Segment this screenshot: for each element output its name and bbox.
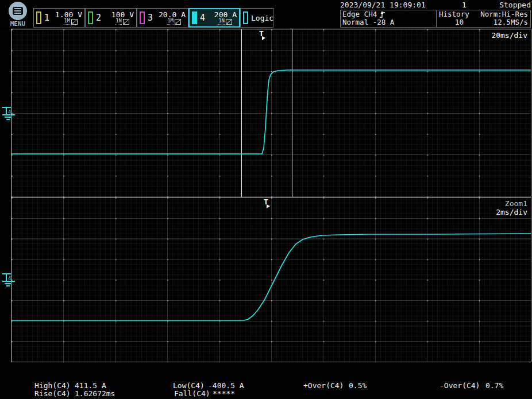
main-waveform-window: T 20ms/div [11, 29, 531, 197]
channel-box-3[interactable]: 3 20.0 A 1M [137, 8, 188, 28]
channel-color-swatch [88, 11, 93, 24]
channel-box-1[interactable]: 1 1.00 V 1M [33, 8, 85, 28]
trigger-acquisition-box[interactable]: Edge CH4 Normal -28 A History Norm:Hi-Re… [340, 10, 531, 28]
channel-box-2[interactable]: 2 100 V 1N [85, 8, 137, 28]
header-bar: MENU 1 1.00 V 1M 2 100 V 1N [0, 0, 532, 29]
zoom-graticule [11, 197, 531, 362]
zoom-timebase-label: 2ms/div [496, 208, 527, 216]
measurement-label: Rise(C4) [34, 389, 71, 398]
zoom-window-title: Zoom1 [496, 199, 527, 208]
oscilloscope-screen: MENU 1 1.00 V 1M 2 100 V 1N [0, 0, 532, 399]
channel-number: 4 [200, 13, 205, 23]
channel-color-swatch [192, 11, 197, 24]
hamburger-icon [13, 7, 23, 15]
sample-rate-label: 12.5MS/s [494, 18, 528, 26]
measurement-label: Low(C4) [173, 381, 205, 390]
probe-icon [123, 19, 129, 25]
measurement-value: 1.62672ms [75, 389, 115, 398]
trigger-mode-label: Normal -28 A [342, 18, 434, 26]
logic-button[interactable]: Logic [240, 8, 273, 28]
ch4-ground-level-marker[interactable]: 4 [1, 106, 18, 124]
main-graticule [11, 29, 531, 197]
run-status-label: Stopped [499, 1, 531, 9]
channel-scale-value: 100 V [111, 11, 134, 18]
zoom-waveform-window: T Zoom1 2ms/div [11, 197, 531, 362]
probe-icon [226, 19, 232, 25]
measurement-value: -400.5 A [208, 381, 244, 390]
svg-text:4: 4 [8, 276, 11, 281]
status-row: 2023/09/21 19:09:01 1 Stopped [340, 1, 531, 9]
history-value: 10 [439, 18, 464, 26]
channel-coupling-label: 1M [64, 18, 70, 25]
zoom-boundary-left[interactable] [241, 29, 242, 197]
probe-icon [175, 19, 181, 25]
channel-coupling-label: 1N [218, 18, 225, 25]
channel-number: 2 [96, 13, 101, 23]
measurement-label: Fall(C4) [174, 389, 210, 398]
channel-number: 3 [148, 13, 153, 23]
ch4-ground-level-marker-zoom[interactable]: 4 [1, 272, 18, 290]
main-timebase-label: 20ms/div [491, 31, 527, 40]
measurement-label: +Over(C4) [303, 381, 344, 390]
acquisition-info[interactable]: History Norm:Hi-Res 10 12.5MS/s [436, 10, 530, 27]
channel-scale-value: 200 A [214, 11, 237, 18]
menu-button[interactable]: MENU [5, 1, 31, 28]
datetime-label: 2023/09/21 19:09:01 [340, 1, 426, 9]
channel-number: 1 [44, 13, 49, 23]
measurement-value: 0.5% [349, 381, 367, 390]
measurement-value: 411.5 A [75, 381, 106, 390]
channel-color-swatch [140, 11, 145, 24]
trigger-info[interactable]: Edge CH4 Normal -28 A [341, 10, 436, 27]
trigger-edge-label: Edge CH4 [342, 10, 377, 18]
measurement-label: High(C4) [34, 381, 71, 390]
svg-text:4: 4 [8, 109, 11, 115]
zoom-boundary-right[interactable] [292, 29, 292, 197]
channel-color-swatch [36, 11, 41, 24]
probe-icon [71, 19, 78, 25]
acquisition-number: 1 [462, 1, 467, 9]
zoom-trigger-position-marker[interactable]: T [263, 198, 272, 211]
logic-color-swatch [243, 11, 248, 24]
menu-label: MENU [5, 20, 31, 28]
rising-edge-icon [379, 11, 386, 18]
channel-box-4[interactable]: 4 200 A 1N [188, 8, 240, 28]
measurement-label: -Over(C4) [440, 381, 480, 390]
acq-mode-label: Norm:Hi-Res [480, 10, 528, 18]
trigger-position-marker[interactable]: T [259, 30, 268, 42]
history-label: History [439, 10, 469, 18]
measurement-value: 0.7% [485, 381, 503, 390]
measurement-value: ***** [213, 389, 235, 398]
channel-coupling-label: 1N [115, 18, 122, 25]
channel-coupling-label: 1M [167, 18, 174, 25]
logic-label: Logic [251, 14, 273, 22]
menu-circle [9, 2, 27, 20]
